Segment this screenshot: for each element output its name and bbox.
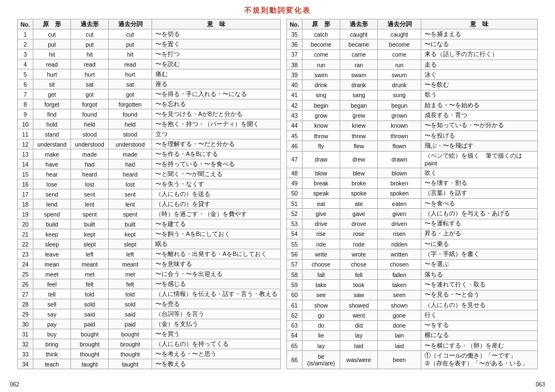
left-cell-pastpart: said [109, 309, 152, 319]
right-cell-no: 48 [287, 168, 302, 178]
left-cell-past: sat [71, 79, 109, 89]
right-cell-meaning: 〜になる [421, 39, 538, 49]
right-cell-past: broke [340, 178, 378, 188]
left-cell-no: 26 [18, 279, 33, 289]
left-cell-base: send [33, 189, 71, 199]
left-cell-past: stood [71, 129, 109, 139]
left-cell-past: heard [71, 169, 109, 179]
right-cell-no: 62 [287, 310, 302, 320]
right-cell-past: wrote [340, 249, 378, 259]
left-cell-no: 16 [18, 179, 33, 189]
right-cell-pastpart: come [378, 49, 421, 59]
left-table-row: 6sitsatsat座る [18, 79, 281, 89]
right-cell-base: give [302, 209, 340, 219]
right-cell-base: swim [302, 70, 340, 80]
right-cell-pastpart: broken [378, 178, 421, 188]
left-cell-pastpart: felt [109, 279, 152, 289]
left-table-row: 9findfoundfound〜を見つける・AがBだと分かる [18, 109, 281, 119]
left-cell-past: understood [71, 139, 109, 149]
left-cell-meaning: 〜を打つ [152, 49, 281, 59]
left-table-row: 28sellsoldsold〜を売る [18, 299, 281, 309]
right-cell-meaning: 〜をする [421, 320, 538, 330]
left-table-row: 8forgetforgotforgotten〜を忘れる [18, 99, 281, 109]
left-cell-base: hear [33, 169, 71, 179]
left-cell-pastpart: built [109, 219, 152, 229]
left-cell-pastpart: bought [109, 329, 152, 339]
right-table-row: 57choosechosechosen〜を選ぶ [287, 259, 538, 269]
left-cell-pastpart: sat [109, 79, 152, 89]
left-cell-no: 4 [18, 59, 33, 69]
right-cell-no: 52 [287, 209, 302, 219]
right-cell-pastpart: gone [378, 310, 421, 320]
right-cell-no: 46 [287, 141, 302, 151]
left-cell-pastpart: sent [109, 189, 152, 199]
right-cell-base: drive [302, 219, 340, 229]
left-table-row: 20buildbuiltbuilt〜を建てる [18, 219, 281, 229]
right-cell-meaning: 〜を知っている・〜が分かる [421, 120, 538, 130]
left-cell-past: slept [71, 239, 109, 249]
left-cell-meaning: 〜を作る・AをBにする [152, 149, 281, 159]
right-table-row: 35catchcaughtcaught〜を捕まえる [287, 29, 538, 39]
right-table-row: 64lielaylain横になる [287, 330, 538, 340]
left-table: No. 原 形 過去形 過去分詞 意 味 1cutcutcut〜を切る2putp… [17, 19, 281, 369]
left-cell-pastpart: told [109, 289, 152, 299]
left-cell-past: hit [71, 49, 109, 59]
right-cell-meaning: 落ちる [421, 270, 538, 280]
left-cell-pastpart: put [109, 39, 152, 49]
left-header-base: 原 形 [33, 19, 71, 29]
right-cell-no: 43 [287, 110, 302, 120]
right-cell-pastpart: spoken [378, 188, 421, 198]
right-cell-meaning: （字・手紙）を書く [421, 249, 538, 259]
right-cell-base: blow [302, 168, 340, 178]
left-table-row: 14havehadhad〜を持っている・〜を食べる [18, 159, 281, 169]
right-table-row: 56writewrotewritten（字・手紙）を書く [287, 249, 538, 259]
right-cell-base: take [302, 280, 340, 290]
left-cell-pastpart: read [109, 59, 152, 69]
right-cell-base: draw [302, 151, 340, 168]
right-cell-no: 40 [287, 80, 302, 90]
right-cell-no: 54 [287, 229, 302, 239]
right-cell-base: see [302, 290, 340, 300]
right-cell-no: 51 [287, 198, 302, 208]
left-cell-meaning: 〜を飼う・AをBにしておく [152, 229, 281, 239]
right-cell-base: break [302, 178, 340, 188]
right-cell-no: 37 [287, 49, 302, 59]
right-cell-no: 58 [287, 270, 302, 280]
left-cell-meaning: （人に情報）を伝える・話す・言う・教える [152, 289, 281, 299]
left-cell-base: put [33, 39, 71, 49]
left-cell-past: forgot [71, 99, 109, 109]
right-table-row: 51eatateeaten〜を食べる [287, 198, 538, 208]
left-table-row: 3hithithit〜を打つ [18, 49, 281, 59]
left-cell-no: 9 [18, 109, 33, 119]
right-cell-pastpart: drunk [378, 80, 421, 90]
right-cell-past: went [340, 310, 378, 320]
right-cell-pastpart: drawn [378, 151, 421, 168]
right-cell-past: came [340, 49, 378, 59]
left-table-row: 10holdheldheld〜を抱く・持つ・（パーティ）を開く [18, 119, 281, 129]
left-cell-past: meant [71, 259, 109, 269]
right-cell-no: 59 [287, 280, 302, 290]
left-cell-meaning: 〜を教える [152, 359, 281, 369]
right-cell-pastpart: laid [378, 341, 421, 351]
right-cell-pastpart: ridden [378, 239, 421, 249]
left-cell-meaning: 〜を置く [152, 39, 281, 49]
left-cell-base: say [33, 309, 71, 319]
left-cell-meaning: 〜を意味する [152, 259, 281, 269]
left-cell-past: made [71, 149, 109, 159]
right-cell-base: go [302, 310, 340, 320]
right-cell-past: began [340, 100, 378, 110]
right-table-row: 41singsangsung歌う [287, 90, 538, 100]
left-cell-no: 10 [18, 119, 33, 129]
right-cell-pastpart: swum [378, 70, 421, 80]
right-cell-base: do [302, 320, 340, 330]
page-title: 不規則動詞変化表 [10, 6, 545, 16]
right-table-row: 49breakbrokebroken〜を壊す・割る [287, 178, 538, 188]
right-table-row: 44knowknewknown〜を知っている・〜が分かる [287, 120, 538, 130]
left-cell-past: taught [71, 359, 109, 369]
right-cell-meaning: 〜を見る・〜と会う [421, 290, 538, 300]
left-cell-pastpart: lent [109, 199, 152, 209]
left-cell-base: make [33, 149, 71, 159]
right-table-row: 45throwthrewthrown〜を投げる [287, 130, 538, 140]
left-cell-past: found [71, 109, 109, 119]
right-cell-no: 35 [287, 29, 302, 39]
